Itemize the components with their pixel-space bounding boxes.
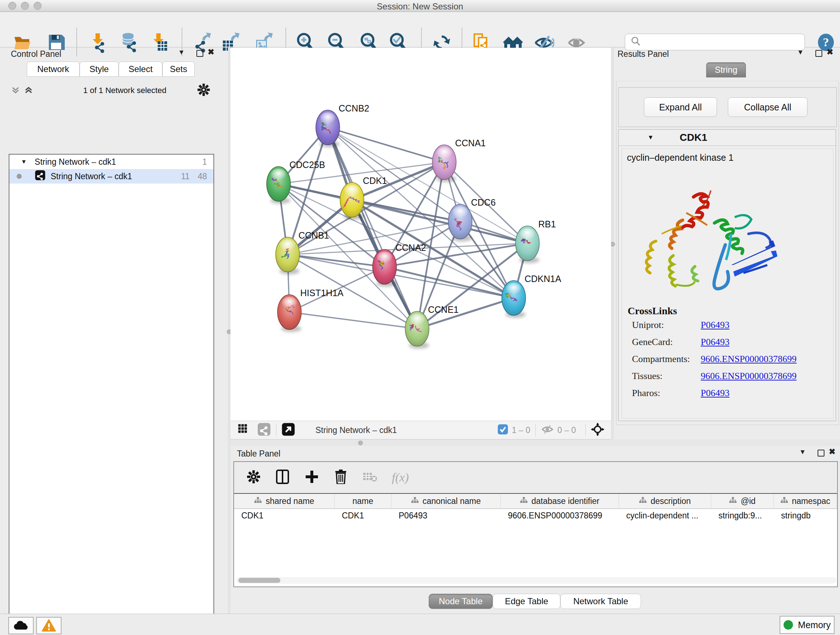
gene-name: CDK1 (680, 132, 707, 143)
cloud-button[interactable] (8, 617, 34, 634)
crosslink-value-link[interactable]: 9606.ENSP00000378699 (701, 371, 797, 382)
tab-network[interactable]: Network (27, 62, 80, 77)
gene-collapse-icon[interactable]: ▼ (647, 134, 654, 141)
network-node[interactable] (405, 311, 429, 348)
network-edge[interactable] (328, 127, 417, 329)
collapse-table-icon[interactable]: ▾ (801, 448, 805, 455)
crosslink-row: Uniprot:P06493 (632, 320, 827, 331)
tab-node-table[interactable]: Node Table (429, 594, 493, 609)
network-row[interactable]: String Network – cdk1 11 48 (9, 169, 213, 184)
column-network-icon (780, 496, 788, 506)
column-header-shared-name[interactable]: shared name (234, 494, 335, 508)
network-node-label: CDC6 (471, 197, 496, 207)
tab-edge-table[interactable]: Edge Table (493, 594, 561, 609)
column-header-description[interactable]: description (619, 494, 711, 508)
network-edge-count: 48 (197, 172, 207, 181)
crosslink-label: Uniprot: (632, 320, 701, 331)
bottom-divider-handle[interactable] (358, 440, 363, 445)
table-columns-icon[interactable] (276, 470, 289, 486)
table-hscrollbar-thumb[interactable] (238, 578, 280, 583)
table-panel: Table Panel ▾ ✖ f(x) shared namenamecano… (231, 446, 840, 614)
crosslink-value-link[interactable]: P06493 (701, 320, 729, 331)
close-table-icon[interactable]: ✖ (829, 448, 835, 455)
float-table-icon[interactable] (818, 450, 824, 456)
network-node-count: 11 (181, 172, 190, 181)
tab-sets[interactable]: Sets (163, 62, 195, 77)
title-bar: Session: New Session (0, 0, 840, 12)
selected-checkbox-icon[interactable] (497, 424, 508, 436)
expand-all-tree-icon[interactable] (23, 85, 34, 97)
table-cell: cyclin-dependent ... (619, 509, 711, 522)
table-toolbar: f(x) (234, 462, 837, 493)
network-options-gear-icon[interactable] (197, 84, 210, 97)
grid-view-icon[interactable] (236, 422, 251, 438)
fit-selected-crosshair-icon[interactable] (591, 423, 605, 438)
network-edge[interactable] (289, 312, 417, 329)
table-grid: shared namenamecanonical namedatabase id… (234, 493, 837, 576)
network-node[interactable] (502, 280, 526, 318)
network-icon (35, 170, 46, 183)
collapse-panel-icon[interactable]: ▾ (180, 49, 183, 56)
tab-network-table[interactable]: Network Table (561, 594, 641, 609)
crosslink-value-link[interactable]: P06493 (701, 337, 729, 348)
network-label: String Network – cdk1 (51, 172, 132, 181)
add-column-icon[interactable] (305, 470, 319, 485)
network-node[interactable] (448, 204, 472, 241)
right-panel-divider[interactable] (611, 48, 614, 446)
network-node[interactable] (278, 295, 302, 332)
protein-structure-image (640, 180, 785, 308)
network-node[interactable] (340, 182, 364, 220)
network-node[interactable] (316, 110, 340, 147)
crosslinks-title: CrossLinks (628, 305, 677, 317)
hidden-eye-icon[interactable] (541, 424, 554, 436)
crosslink-row: Pharos:P06493 (632, 388, 827, 399)
crosslink-value-link[interactable]: P06493 (701, 388, 729, 399)
delete-table-icon (363, 471, 377, 484)
tab-string[interactable]: String (706, 62, 746, 78)
network-share-icon[interactable] (257, 423, 271, 438)
column-header-canonical-name[interactable]: canonical name (392, 494, 501, 508)
table-row[interactable]: CDK1CDK1P064939606.ENSP00000378699cyclin… (234, 509, 837, 522)
collection-label: String Network – cdk1 (35, 157, 116, 167)
network-node[interactable] (276, 237, 300, 274)
gene-section-header[interactable]: ▼ CDK1 (619, 130, 836, 146)
warnings-button[interactable] (36, 617, 62, 634)
network-collection-row[interactable]: ▼ String Network – cdk1 1 (9, 155, 213, 169)
crosslink-label: Pharos: (632, 388, 701, 399)
close-panel-icon[interactable]: ✖ (208, 49, 214, 56)
search-icon (630, 36, 641, 48)
column-header-name[interactable]: name (335, 494, 392, 508)
collapse-results-icon[interactable]: ▾ (798, 49, 802, 56)
delete-column-trash-icon[interactable] (335, 470, 347, 486)
tab-select[interactable]: Select (118, 62, 163, 77)
memory-button[interactable]: Memory (780, 616, 835, 634)
tree-expand-icon[interactable]: ▼ (21, 158, 27, 165)
network-edge[interactable] (328, 127, 444, 162)
table-cell: stringdb (774, 509, 837, 522)
network-node[interactable] (373, 249, 396, 287)
float-panel-icon[interactable] (196, 50, 203, 57)
search-input[interactable] (645, 36, 798, 48)
table-header-row: shared namenamecanonical namedatabase id… (234, 493, 837, 509)
string-results-container: Expand All Collapse All ▼ CDK1 cyclin–de… (616, 81, 839, 425)
tab-style[interactable]: Style (80, 62, 118, 77)
collapse-all-button[interactable]: Collapse All (728, 97, 807, 117)
expand-all-button[interactable]: Expand All (644, 97, 717, 117)
crosslink-value-link[interactable]: 9606.ENSP00000378699 (701, 354, 797, 364)
birdseye-view-icon[interactable] (281, 423, 295, 438)
table-cell: stringdb:9... (711, 509, 774, 522)
network-view-canvas[interactable]: CCNB2CCNA1CDC25BCDK1CDC6RB1CCNB1CCNA2CDK… (231, 48, 611, 421)
collapse-all-tree-icon[interactable] (10, 85, 21, 97)
function-builder-icon: f(x) (392, 470, 409, 485)
column-header-namespac[interactable]: namespac (774, 494, 837, 508)
table-gear-icon[interactable] (247, 470, 260, 485)
table-cell: CDK1 (335, 509, 392, 522)
crosslink-row: Compartments:9606.ENSP00000378699 (632, 354, 827, 364)
column-header-database-identifier[interactable]: database identifier (501, 494, 619, 508)
close-results-icon[interactable]: ✖ (827, 49, 833, 56)
float-results-icon[interactable] (815, 50, 822, 57)
network-node[interactable] (515, 226, 539, 263)
table-hscrollbar[interactable] (236, 577, 836, 584)
network-node[interactable] (267, 166, 291, 204)
column-header-@id[interactable]: @id (711, 494, 774, 508)
